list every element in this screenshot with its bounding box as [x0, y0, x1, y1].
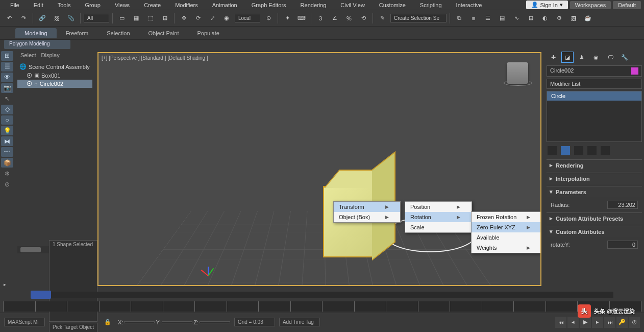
menu-views[interactable]: Views	[108, 1, 137, 9]
scene-tab-select[interactable]: Select	[20, 52, 36, 58]
expand-toggle[interactable]: ▸	[1, 282, 8, 287]
tree-item-box[interactable]: ⦿ ▣ Box001	[17, 71, 92, 80]
radius-spinner[interactable]: 23.202	[607, 201, 638, 209]
menu-create[interactable]: Create	[137, 1, 168, 9]
pin-stack-icon[interactable]	[548, 146, 557, 155]
menu-customize[interactable]: Customize	[372, 1, 413, 9]
rollout-rendering[interactable]: ▸Rendering	[547, 159, 642, 171]
helper-icon[interactable]: ◇	[1, 105, 13, 114]
menu-graph-editors[interactable]: Graph Editors	[244, 1, 293, 9]
align-button[interactable]: ≡	[467, 12, 480, 25]
snap-toggle[interactable]: 3	[314, 12, 327, 25]
rollout-custom-attr[interactable]: ▾Custom Attributes	[547, 226, 642, 237]
layer-explorer-icon[interactable]: ☰	[1, 62, 13, 72]
utilities-tab-icon[interactable]: 🔧	[619, 52, 630, 62]
ctx-frozen-rotation[interactable]: Frozen Rotation▶	[472, 212, 541, 222]
ribbon-tab-freeform[interactable]: Freeform	[57, 28, 98, 38]
modify-tab-icon[interactable]: ◪	[562, 52, 573, 62]
unlink-button[interactable]: ⛓	[51, 12, 63, 25]
menu-animation[interactable]: Animation	[205, 1, 244, 9]
ribbon-panel-label[interactable]: Polygon Modeling	[4, 40, 70, 49]
menu-modifiers[interactable]: Modifiers	[168, 1, 205, 9]
render-button[interactable]: ☕	[582, 12, 594, 25]
select-button[interactable]: ▭	[116, 12, 128, 25]
remove-modifier-icon[interactable]	[587, 146, 597, 155]
select-arrow-icon[interactable]: ↖	[1, 94, 13, 104]
mirror-button[interactable]: ⧉	[453, 12, 465, 25]
ribbon-tab-populate[interactable]: Populate	[188, 28, 228, 38]
angle-snap[interactable]: ∠	[329, 12, 341, 25]
scene-tab-display[interactable]: Display	[41, 52, 60, 58]
render-frame-button[interactable]: 🖼	[567, 12, 580, 25]
toggle-ribbon-button[interactable]: ▤	[496, 12, 508, 25]
rect-select-button[interactable]: ⬚	[144, 12, 157, 25]
light-icon[interactable]: 💡	[1, 126, 13, 135]
time-slider-thumb[interactable]	[31, 291, 51, 299]
scale-button[interactable]: ⤢	[206, 12, 218, 25]
menu-rendering[interactable]: Rendering	[293, 1, 334, 9]
link-button[interactable]: 🔗	[36, 12, 48, 25]
select-name-button[interactable]: ▦	[130, 12, 142, 25]
use-center-button[interactable]: ⊙	[262, 12, 275, 25]
rollout-interpolation[interactable]: ▸Interpolation	[547, 173, 642, 184]
tree-item-circle[interactable]: ⦿ ○ Circle002	[17, 80, 92, 88]
viewcube[interactable]	[507, 62, 528, 84]
ctx-transform[interactable]: Transform▶	[334, 202, 400, 212]
rotatey-spinner[interactable]: 0	[607, 241, 638, 249]
schematic-button[interactable]: ⊞	[525, 12, 537, 25]
named-selection-dropdown[interactable]: Create Selection Se	[390, 14, 447, 22]
material-editor-button[interactable]: ◐	[539, 12, 551, 25]
selection-filter[interactable]: All	[84, 14, 109, 22]
ctx-rotation[interactable]: Rotation▶	[405, 212, 472, 222]
viewport[interactable]: [+] [Perspective ] [Standard ] [Default …	[97, 52, 541, 286]
timeline-ruler[interactable]	[3, 301, 641, 312]
rotate-button[interactable]: ⟳	[192, 12, 204, 25]
maxscript-listener[interactable]: MAXScript Mi	[4, 318, 45, 326]
placement-button[interactable]: ◉	[220, 12, 233, 25]
container-icon[interactable]: 📦	[1, 158, 13, 168]
keyboard-button[interactable]: ⌨	[295, 12, 308, 25]
modifier-stack[interactable]: Circle	[547, 91, 642, 142]
layers-button[interactable]: ☰	[482, 12, 494, 25]
ctx-available[interactable]: Available	[472, 232, 541, 243]
frozen-icon[interactable]: ❄	[1, 169, 13, 178]
camera-icon[interactable]: 📷	[1, 83, 13, 93]
ctx-weights[interactable]: Weights▶	[472, 243, 541, 253]
hidden-icon[interactable]: ⊘	[1, 179, 13, 189]
menu-interactive[interactable]: Interactive	[449, 1, 489, 9]
ribbon-tab-modeling[interactable]: Modeling	[15, 28, 57, 38]
curve-editor-button[interactable]: ∿	[510, 12, 523, 25]
make-unique-icon[interactable]	[574, 146, 583, 155]
menu-edit[interactable]: Edit	[27, 1, 51, 9]
workspace-preset[interactable]: Default	[613, 1, 641, 9]
create-tab-icon[interactable]: ✚	[548, 52, 559, 62]
hierarchy-tab-icon[interactable]: ♟	[576, 52, 587, 62]
rollout-ca-presets[interactable]: ▸Custom Attribute Presets	[547, 212, 642, 224]
edit-selection-button[interactable]: ✎	[376, 12, 388, 25]
display-tab-icon[interactable]: 🖵	[605, 52, 616, 62]
percent-snap[interactable]: %	[343, 12, 355, 25]
redo-button[interactable]: ↷	[17, 12, 30, 25]
workspace-dropdown[interactable]: Workspaces	[570, 1, 611, 9]
render-setup-button[interactable]: ⚙	[553, 12, 565, 25]
viewport-label[interactable]: [+] [Perspective ] [Standard ] [Default …	[102, 55, 208, 61]
ctx-position[interactable]: Position▶	[405, 202, 472, 212]
manipulate-button[interactable]: ✦	[281, 12, 293, 25]
goto-start-icon[interactable]: ⏮	[555, 317, 566, 328]
modifier-list-dropdown[interactable]: Modifier List	[547, 79, 642, 89]
x-spinner[interactable]	[124, 321, 155, 323]
time-config-icon[interactable]: ⏱	[629, 317, 640, 328]
refcoord-dropdown[interactable]: Local	[235, 14, 260, 22]
undo-button[interactable]: ↶	[3, 12, 15, 25]
object-color-swatch[interactable]	[631, 67, 638, 75]
space-warp-icon[interactable]: 〰	[1, 147, 13, 157]
z-spinner[interactable]	[200, 321, 230, 323]
rollout-parameters[interactable]: ▾Parameters	[547, 186, 642, 197]
y-spinner[interactable]	[162, 321, 192, 323]
bone-icon[interactable]: ⧓	[1, 136, 13, 146]
goto-end-icon[interactable]: ⏭	[604, 317, 615, 328]
move-button[interactable]: ✥	[178, 12, 190, 25]
lock-selection-icon[interactable]: 🔒	[102, 316, 114, 328]
configure-sets-icon[interactable]	[601, 146, 610, 155]
next-frame-icon[interactable]: ▸	[592, 317, 603, 328]
